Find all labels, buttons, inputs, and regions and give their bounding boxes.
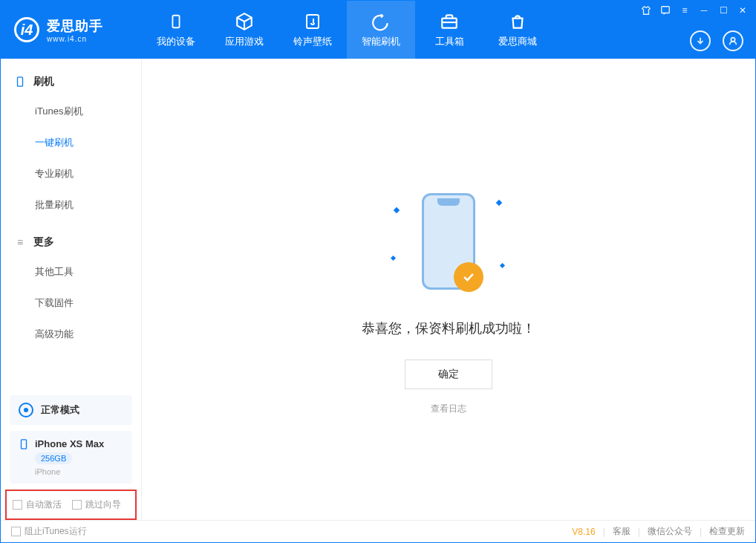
svg-rect-5 bbox=[18, 77, 23, 86]
app-name: 爱思助手 bbox=[47, 17, 103, 35]
device-storage: 256GB bbox=[35, 452, 72, 464]
mode-text: 正常模式 bbox=[41, 403, 79, 417]
device-name: iPhone XS Max bbox=[35, 438, 104, 449]
logo-area: i4 爱思助手 www.i4.cn bbox=[1, 17, 142, 43]
maximize-icon[interactable]: ☐ bbox=[718, 5, 729, 16]
nav-label: 我的设备 bbox=[157, 35, 195, 48]
footer-left: 阻止iTunes运行 bbox=[11, 525, 87, 538]
shirt-icon[interactable] bbox=[641, 5, 651, 16]
footer: 阻止iTunes运行 V8.16 | 客服 | 微信公众号 | 检查更新 bbox=[1, 520, 755, 542]
sidebar-section-flash: 刷机 bbox=[1, 68, 141, 96]
footer-right: V8.16 | 客服 | 微信公众号 | 检查更新 bbox=[572, 525, 745, 538]
nav-label: 爱思商城 bbox=[498, 35, 537, 48]
svg-rect-3 bbox=[662, 7, 670, 13]
sidebar: 刷机 iTunes刷机 一键刷机 专业刷机 批量刷机 ≡ 更多 其他工具 下载固… bbox=[1, 59, 142, 520]
device-card[interactable]: iPhone XS Max 256GB iPhone bbox=[10, 431, 132, 484]
nav-tab-smart-flash[interactable]: 智能刷机 bbox=[347, 1, 415, 59]
checkbox-icon bbox=[72, 500, 82, 510]
nav-label: 铃声壁纸 bbox=[293, 35, 332, 48]
device-info-area: 正常模式 iPhone XS Max 256GB iPhone 自动激活 跳过向… bbox=[1, 395, 141, 520]
svg-rect-6 bbox=[22, 439, 27, 448]
checkbox-icon bbox=[13, 500, 22, 510]
sidebar-item-batch-flash[interactable]: 批量刷机 bbox=[1, 189, 141, 221]
sidebar-item-itunes-flash[interactable]: iTunes刷机 bbox=[1, 96, 141, 127]
checkbox-label: 跳过向导 bbox=[85, 498, 121, 511]
list-icon: ≡ bbox=[14, 236, 26, 248]
checkbox-auto-activate[interactable]: 自动激活 bbox=[13, 498, 62, 511]
nav-label: 应用游戏 bbox=[225, 35, 264, 48]
section-title: 刷机 bbox=[33, 75, 54, 88]
footer-link-support[interactable]: 客服 bbox=[613, 525, 630, 538]
nav-tab-my-device[interactable]: 我的设备 bbox=[142, 1, 210, 59]
toolbox-icon bbox=[439, 11, 460, 32]
phone-icon bbox=[19, 439, 29, 449]
nav-label: 智能刷机 bbox=[362, 35, 400, 48]
sidebar-item-download-firmware[interactable]: 下载固件 bbox=[1, 287, 141, 319]
logo-text: 爱思助手 www.i4.cn bbox=[47, 17, 103, 43]
nav-tab-apps-games[interactable]: 应用游戏 bbox=[210, 1, 278, 59]
mode-card[interactable]: 正常模式 bbox=[10, 395, 132, 425]
phone-icon bbox=[422, 193, 475, 290]
checkbox-label: 自动激活 bbox=[26, 498, 62, 511]
section-title: 更多 bbox=[33, 235, 54, 249]
sidebar-item-other-tools[interactable]: 其他工具 bbox=[1, 256, 141, 287]
menu-icon[interactable]: ≡ bbox=[680, 5, 690, 16]
feedback-icon[interactable] bbox=[660, 5, 671, 16]
cube-icon bbox=[234, 11, 255, 32]
version-label: V8.16 bbox=[572, 527, 595, 537]
nav-tabs: 我的设备 应用游戏 铃声壁纸 智能刷机 工具箱 爱思商城 bbox=[142, 1, 552, 59]
view-log-link[interactable]: 查看日志 bbox=[431, 403, 466, 415]
mode-icon bbox=[19, 403, 33, 417]
download-button[interactable] bbox=[690, 30, 711, 51]
sidebar-section-more: ≡ 更多 bbox=[1, 228, 141, 256]
block-itunes-label[interactable]: 阻止iTunes运行 bbox=[25, 525, 87, 538]
footer-link-wechat[interactable]: 微信公众号 bbox=[648, 525, 692, 538]
minimize-icon[interactable]: ─ bbox=[699, 5, 709, 16]
nav-tab-toolbox[interactable]: 工具箱 bbox=[415, 1, 483, 59]
check-icon bbox=[454, 262, 483, 292]
main-content: 恭喜您，保资料刷机成功啦！ 确定 查看日志 bbox=[142, 59, 755, 520]
options-highlight-box: 自动激活 跳过向导 bbox=[5, 490, 137, 520]
shop-icon bbox=[507, 11, 528, 32]
success-illustration bbox=[408, 193, 489, 297]
svg-rect-0 bbox=[172, 16, 179, 28]
sidebar-item-advanced[interactable]: 高级功能 bbox=[1, 319, 141, 350]
refresh-icon bbox=[371, 11, 391, 32]
window-controls-top: ≡ ─ ☐ ✕ bbox=[641, 5, 748, 16]
nav-label: 工具箱 bbox=[435, 35, 464, 48]
user-button[interactable] bbox=[723, 30, 743, 51]
success-message: 恭喜您，保资料刷机成功啦！ bbox=[362, 319, 535, 337]
confirm-button[interactable]: 确定 bbox=[405, 360, 492, 389]
app-header: i4 爱思助手 www.i4.cn 我的设备 应用游戏 铃声壁纸 智能刷机 工具… bbox=[1, 1, 755, 59]
app-url: www.i4.cn bbox=[47, 35, 103, 43]
footer-link-update[interactable]: 检查更新 bbox=[709, 525, 745, 538]
checkbox-skip-guide[interactable]: 跳过向导 bbox=[72, 498, 121, 511]
close-icon[interactable]: ✕ bbox=[737, 5, 748, 16]
logo-icon: i4 bbox=[14, 17, 39, 42]
device-type: iPhone bbox=[35, 467, 123, 476]
nav-tab-shop[interactable]: 爱思商城 bbox=[483, 1, 552, 59]
body-area: 刷机 iTunes刷机 一键刷机 专业刷机 批量刷机 ≡ 更多 其他工具 下载固… bbox=[1, 59, 755, 520]
window-controls-bottom bbox=[690, 30, 743, 51]
music-icon bbox=[302, 11, 323, 32]
sidebar-item-oneclick-flash[interactable]: 一键刷机 bbox=[1, 127, 141, 158]
device-icon bbox=[166, 11, 186, 32]
phone-icon bbox=[14, 76, 26, 88]
nav-tab-ringtones-wallpapers[interactable]: 铃声壁纸 bbox=[278, 1, 347, 59]
checkbox-icon[interactable] bbox=[11, 527, 21, 536]
sidebar-item-pro-flash[interactable]: 专业刷机 bbox=[1, 158, 141, 189]
